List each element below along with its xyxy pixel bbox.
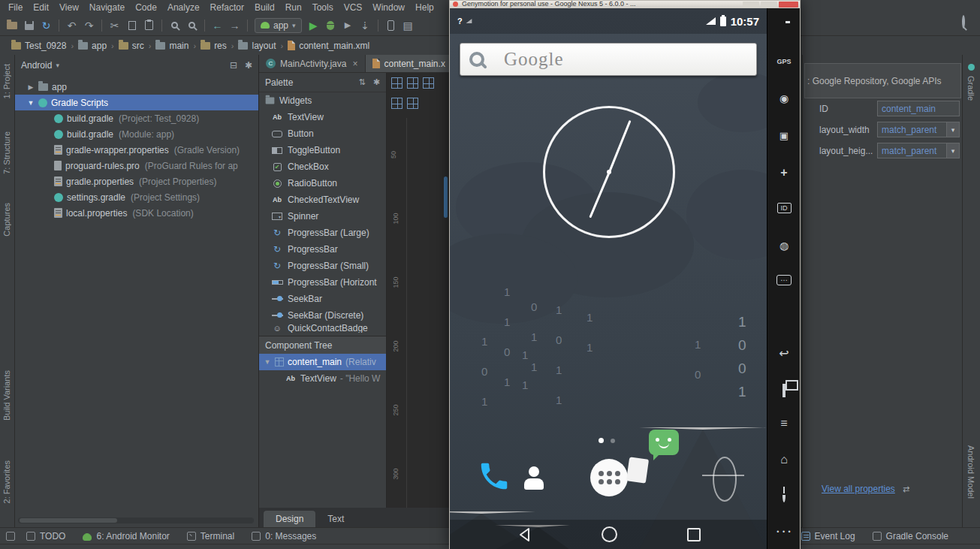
app-drawer-icon[interactable]: [590, 459, 628, 496]
menu-run[interactable]: Run: [280, 2, 307, 14]
tab-design[interactable]: Design: [264, 511, 315, 527]
home-button[interactable]: ⌂: [767, 453, 801, 466]
chevron-down-icon[interactable]: ▼: [27, 99, 35, 107]
toolwindow-android-model-button[interactable]: Android Model: [966, 445, 975, 499]
toolwindow-gradle-button[interactable]: Gradle: [966, 76, 975, 101]
sync-button[interactable]: ↻: [38, 17, 55, 34]
chevron-down-icon[interactable]: ▾: [946, 122, 959, 137]
id-field[interactable]: content_main: [877, 101, 960, 116]
breadcrumb-res[interactable]: res: [198, 41, 229, 51]
breadcrumb-file[interactable]: content_main.xml: [285, 41, 372, 51]
toolwindow-terminal-button[interactable]: Terminal: [181, 531, 240, 541]
tree-item-proguard-rules[interactable]: proguard-rules.pro (ProGuard Rules for a…: [15, 158, 258, 173]
tree-item-gradle-scripts[interactable]: ▼ Gradle Scripts: [15, 95, 258, 110]
palette-item-quickcontactbadge[interactable]: ☺QuickContactBadge: [259, 324, 386, 333]
palette-item-checkbox[interactable]: ✔CheckBox: [259, 158, 386, 175]
tree-item-app[interactable]: ▶ app: [15, 79, 258, 95]
layout-width-select[interactable]: match_parent ▾: [877, 122, 960, 137]
coverage-button[interactable]: ▶: [339, 17, 357, 34]
paste-button[interactable]: [140, 17, 158, 34]
nav-recents-button[interactable]: [687, 528, 701, 541]
power-button[interactable]: [767, 490, 801, 501]
menu-refactor[interactable]: Refactor: [205, 2, 249, 14]
replace-button[interactable]: [183, 17, 201, 34]
settings-button[interactable]: ✱: [245, 60, 252, 71]
tab-mainactivity[interactable]: C MainActivity.java ×: [259, 55, 366, 72]
nav-home-button[interactable]: [602, 526, 617, 542]
breadcrumb-app[interactable]: app: [76, 41, 109, 51]
toolwindow-todo-button[interactable]: TODO: [20, 531, 71, 541]
horizontal-scrollbar[interactable]: [18, 517, 254, 523]
phone-app-icon[interactable]: [477, 459, 511, 496]
tree-item-gradle-wrapper-properties[interactable]: gradle-wrapper.properties (Gradle Versio…: [15, 142, 258, 158]
layout-variant-icon[interactable]: [423, 77, 434, 89]
camera-widget-button[interactable]: ▣: [767, 130, 801, 141]
cut-button[interactable]: ✂: [106, 17, 123, 34]
menu-file[interactable]: File: [3, 2, 28, 14]
breadcrumb-main[interactable]: main: [153, 41, 191, 51]
tree-item-gradle-properties[interactable]: gradle.properties (Project Properties): [15, 173, 258, 189]
palette-item-progressbar-horizontal[interactable]: ProgressBar (Horizont: [259, 274, 386, 291]
breadcrumb-layout[interactable]: layout: [236, 41, 278, 51]
toolwindow-switcher-icon[interactable]: [6, 532, 15, 541]
menu-analyze[interactable]: Analyze: [162, 2, 205, 14]
redo-button[interactable]: ↷: [80, 17, 98, 34]
layout-height-select[interactable]: match_parent ▾: [877, 143, 960, 158]
layout-variant-icon[interactable]: [391, 77, 403, 89]
palette-item-progressbar-large[interactable]: ↻ProgressBar (Large): [259, 225, 386, 241]
save-button[interactable]: [20, 17, 38, 34]
layout-variant-icon[interactable]: [407, 98, 418, 109]
palette-item-button[interactable]: Button: [259, 125, 386, 142]
attach-debugger-button[interactable]: ⇣: [357, 17, 374, 34]
google-search-widget[interactable]: Google: [460, 43, 757, 76]
maximize-button[interactable]: [761, 2, 777, 8]
tree-item-local-properties[interactable]: local.properties (SDK Location): [15, 205, 258, 221]
search-everywhere-button[interactable]: [962, 17, 965, 27]
menu-build[interactable]: Build: [249, 2, 280, 14]
toolwindow-gradle-console-button[interactable]: Gradle Console: [867, 531, 954, 541]
toolwindow-structure-button[interactable]: 7: Structure: [2, 131, 11, 174]
palette-group-widgets[interactable]: Widgets: [259, 92, 386, 109]
breadcrumb-src[interactable]: src: [116, 41, 146, 51]
view-all-properties-link[interactable]: View all properties: [822, 484, 895, 494]
palette-item-spinner[interactable]: ▾Spinner: [259, 208, 386, 225]
location-widget-button[interactable]: ◉: [767, 92, 801, 104]
palette-item-radiobutton[interactable]: RadioButton: [259, 175, 386, 192]
component-tree-item-textview[interactable]: Ab TextView - "Hello W: [259, 370, 386, 387]
window-titlebar[interactable]: Genymotion for personal use - Google Nex…: [450, 1, 800, 8]
tab-text[interactable]: Text: [315, 511, 356, 527]
nav-back-button[interactable]: [516, 526, 534, 544]
chevron-down-icon[interactable]: ▾: [946, 143, 959, 158]
gps-widget-button[interactable]: GPS: [767, 58, 801, 65]
project-scope-select[interactable]: Android: [21, 60, 52, 71]
remote-control-button[interactable]: +: [767, 166, 801, 179]
menu-navigate[interactable]: Navigate: [84, 2, 130, 14]
palette-item-seekbar[interactable]: SeekBar: [259, 291, 386, 307]
toolwindow-android-monitor-button[interactable]: 6: Android Monitor: [77, 531, 175, 541]
palette-item-progressbar-small[interactable]: ↻ProgressBar (Small): [259, 258, 386, 274]
toolwindow-favorites-button[interactable]: 2: Favorites: [2, 460, 11, 503]
rotate-screen-button[interactable]: ↩: [767, 346, 801, 360]
sdk-manager-button[interactable]: ▤: [400, 17, 417, 34]
menu-help[interactable]: Help: [410, 2, 439, 14]
sms-widget-button[interactable]: …: [767, 273, 801, 285]
scrollbar-thumb[interactable]: [444, 176, 448, 218]
palette-item-togglebutton[interactable]: ToggleButton: [259, 142, 386, 158]
network-widget-button[interactable]: ◍: [767, 240, 801, 252]
menu-button[interactable]: ≡: [767, 417, 801, 430]
toolwindow-captures-button[interactable]: Captures: [2, 203, 11, 237]
menu-code[interactable]: Code: [130, 2, 162, 14]
menu-tools[interactable]: Tools: [307, 2, 339, 14]
menu-view[interactable]: View: [54, 2, 84, 14]
debug-button[interactable]: [322, 17, 339, 34]
minimize-button[interactable]: [743, 2, 759, 8]
recent-apps-button[interactable]: [767, 385, 801, 396]
menu-window[interactable]: Window: [367, 2, 410, 14]
palette-item-progressbar[interactable]: ↻ProgressBar: [259, 241, 386, 258]
find-button[interactable]: [166, 17, 183, 34]
toolwindow-messages-button[interactable]: 0: Messages: [246, 531, 322, 541]
chevron-right-icon[interactable]: ▶: [27, 83, 35, 91]
toolwindow-event-log-button[interactable]: Event Log: [795, 531, 861, 541]
scrollbar-thumb[interactable]: [20, 518, 117, 523]
avd-manager-button[interactable]: [382, 17, 400, 34]
